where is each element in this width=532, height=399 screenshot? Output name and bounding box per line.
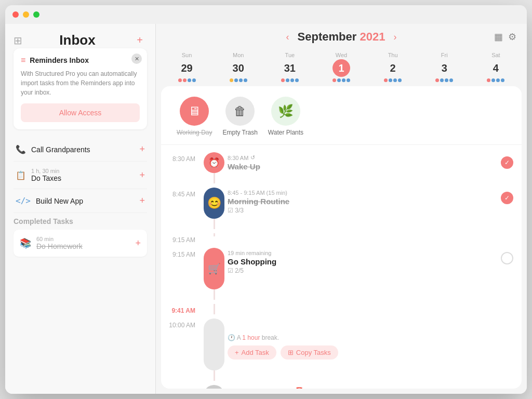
allow-access-button[interactable]: Allow Access <box>21 103 140 122</box>
go-shopping-content: 19 min remaining Go Shopping ☑ 2/5 <box>225 248 501 276</box>
completed-name: Do Homework <box>36 242 83 250</box>
break-content: 🕐 A 1 hour break. + Add Task ⊞ Copy Task… <box>225 318 522 362</box>
wake-up-title: Wake Up <box>228 162 496 171</box>
timeline-line <box>214 304 215 314</box>
time-label: 8:30 AM <box>161 152 203 163</box>
day-mon[interactable]: Mon 30 <box>212 50 264 86</box>
wake-up-content: 8:30 AM ↺ Wake Up <box>225 152 501 174</box>
add-task-break-button[interactable]: + Add Task <box>228 345 276 360</box>
morning-routine-content: 8:45 - 9:15 AM (15 min) Morning Routine … <box>225 188 501 216</box>
timeline-row-morning-routine: 8:45 AM 😊 8:45 - 9:15 AM (15 min) Mornin… <box>161 185 522 231</box>
time-label-bold: 9:41 AM <box>161 304 203 314</box>
month-title: September 2021 <box>298 30 385 44</box>
event-water-plants[interactable]: 🌿 Water Plants <box>268 97 303 136</box>
go-shopping-check[interactable] <box>501 252 513 264</box>
time-label: 8:45 AM <box>161 188 203 198</box>
timeline-row-941: 9:41 AM <box>161 302 522 316</box>
add-task-label: Add Task <box>242 349 269 356</box>
timeline-connector: 🛒 <box>203 248 225 300</box>
day-dot <box>239 78 243 82</box>
break-text: 🕐 A 1 hour break. <box>228 334 516 341</box>
days-strip: Sun 29 Mon 30 <box>156 50 527 86</box>
day-dot <box>286 78 289 82</box>
day-dot <box>491 78 495 82</box>
day-dot <box>449 78 453 82</box>
day-dot <box>244 78 247 82</box>
reminders-header: ≡ Reminders Inbox <box>21 56 140 65</box>
sidebar-toggle-button[interactable]: ⊞ <box>14 34 22 47</box>
day-dot <box>178 78 182 82</box>
task-item-call-grandparents[interactable]: 📞 Call Grandparents + <box>14 138 147 162</box>
day-dot <box>501 78 504 82</box>
day-dot <box>230 78 233 82</box>
task-name: Build New App <box>36 197 83 205</box>
day-dot <box>295 78 299 82</box>
day-dot <box>389 78 392 82</box>
day-thu[interactable]: Thu 2 <box>367 50 419 86</box>
task-item-do-taxes[interactable]: 📋 1 h, 30 min Do Taxes + <box>14 162 147 189</box>
prev-month-button[interactable]: ‹ <box>286 32 289 43</box>
task-time-info: 11:00 - 11:30 AM (30 min) 📅 <box>228 387 496 389</box>
event-working-day[interactable]: 🖥 Working Day <box>177 97 212 136</box>
time-label: 9:15 AM <box>161 248 203 258</box>
next-month-button[interactable]: › <box>393 32 396 43</box>
main-content: ⊞ Inbox + ≡ Reminders Inbox ✕ With Struc… <box>5 24 527 394</box>
day-dot <box>393 78 397 82</box>
timeline: 8:30 AM ⏰ 8:30 AM ↺ Wake Up ✓ <box>161 145 522 389</box>
day-tue[interactable]: Tue 31 <box>264 50 315 86</box>
completed-item-do-homework[interactable]: 📚 60 min Do Homework + <box>14 230 147 257</box>
go-shopping-title: Go Shopping <box>228 257 496 266</box>
reminders-card: ≡ Reminders Inbox ✕ With Structured Pro … <box>14 48 147 129</box>
time-label: 11:00 AM <box>161 385 203 389</box>
day-sun[interactable]: Sun 29 <box>161 50 212 86</box>
time-label: 9:15 AM <box>161 233 203 244</box>
working-day-icon: 🖥 <box>180 97 209 126</box>
month-nav: ‹ September 2021 › <box>286 30 397 44</box>
task-duration: 1 h, 30 min <box>31 168 61 174</box>
reminders-close-button[interactable]: ✕ <box>131 54 142 64</box>
day-fri[interactable]: Fri 3 <box>419 50 470 86</box>
header-actions: ▦ ⚙ <box>494 31 516 43</box>
grid-view-button[interactable]: ▦ <box>494 31 503 43</box>
minimize-button[interactable] <box>23 11 29 18</box>
day-dot <box>337 78 341 82</box>
add-completed-button[interactable]: + <box>135 238 141 249</box>
timeline-line <box>214 219 215 229</box>
day-dot <box>290 78 294 82</box>
timeline-connector: 😊 <box>203 188 225 229</box>
phone-icon: 📞 <box>16 144 26 154</box>
day-wed[interactable]: Wed 1 <box>315 50 367 86</box>
app-window: ⊞ Inbox + ≡ Reminders Inbox ✕ With Struc… <box>5 5 527 394</box>
reminders-icon: ≡ <box>21 56 25 65</box>
task-name: Do Taxes <box>31 174 61 182</box>
close-button[interactable] <box>12 11 19 18</box>
meeting-content: 11:00 - 11:30 AM (30 min) 📅 Meeting with… <box>225 385 501 389</box>
inbox-title: Inbox <box>59 32 95 48</box>
day-dot <box>183 78 187 82</box>
day-dot <box>192 78 196 82</box>
calendar-header: ‹ September 2021 › ▦ ⚙ <box>156 24 527 50</box>
timeline-line <box>214 289 215 300</box>
water-plants-icon: 🌿 <box>271 97 300 126</box>
timeline-connector <box>203 233 225 236</box>
task-item-build-new-app[interactable]: </> Build New App + <box>14 189 147 213</box>
morning-routine-check[interactable]: ✓ <box>501 192 513 204</box>
add-task-button[interactable]: + <box>139 195 145 206</box>
add-inbox-button[interactable]: + <box>132 33 147 48</box>
calendar-icon: 📅 <box>296 387 303 389</box>
day-dot <box>234 78 238 82</box>
day-sat[interactable]: Sat 4 <box>470 50 522 86</box>
day-dot <box>188 78 191 82</box>
add-task-button[interactable]: + <box>139 144 145 155</box>
settings-button[interactable]: ⚙ <box>508 31 516 43</box>
code-icon: </> <box>16 196 31 206</box>
timeline-connector: ⏰ <box>203 152 225 183</box>
maximize-button[interactable] <box>33 11 39 18</box>
copy-tasks-button[interactable]: ⊞ Copy Tasks <box>281 345 338 360</box>
timeline-row-wake-up: 8:30 AM ⏰ 8:30 AM ↺ Wake Up ✓ <box>161 150 522 185</box>
top-events: 🖥 Working Day 🗑 Empty Trash 🌿 Water Plan… <box>161 86 522 145</box>
meeting-bubble: 👥 <box>204 385 224 389</box>
wake-up-check[interactable]: ✓ <box>501 156 513 169</box>
event-empty-trash[interactable]: 🗑 Empty Trash <box>222 97 257 136</box>
add-task-button[interactable]: + <box>139 170 145 181</box>
